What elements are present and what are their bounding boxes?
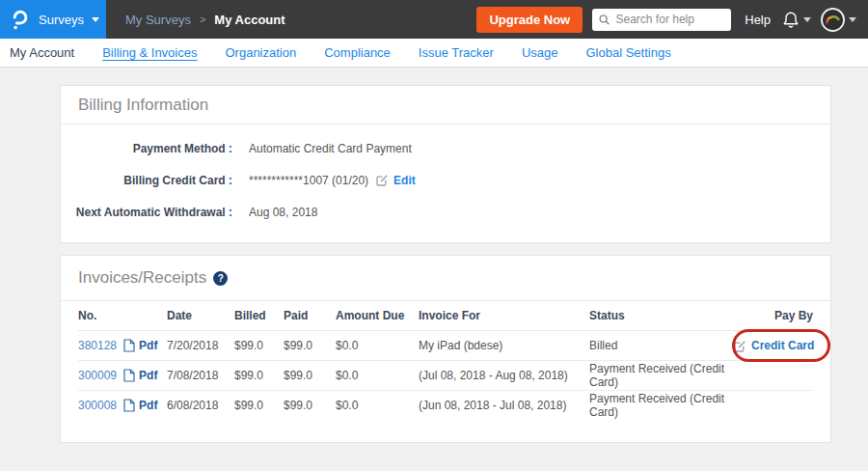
col-paid: Paid — [284, 309, 336, 322]
breadcrumb-my-surveys[interactable]: My Surveys — [125, 13, 191, 27]
col-date: Date — [167, 309, 234, 322]
tab-organization[interactable]: Organization — [225, 45, 296, 60]
invoice-no-cell: 300008 Pdf — [78, 399, 167, 412]
next-withdrawal-row: Next Automatic Withdrawal : Aug 08, 2018 — [61, 196, 830, 228]
invoice-date: 7/08/2018 — [167, 369, 234, 382]
product-label: Surveys — [39, 13, 84, 27]
next-withdrawal-value: Aug 08, 2018 — [249, 206, 317, 219]
invoices-table-header: No. Date Billed Paid Amount Due Invoice … — [78, 301, 813, 330]
pay-by-credit-card-link[interactable]: Credit Card — [751, 339, 814, 352]
tab-my-account[interactable]: My Account — [10, 45, 74, 60]
invoice-for: (Jun 08, 2018 - Jul 08, 2018) — [419, 399, 589, 412]
bell-icon — [782, 11, 800, 29]
pdf-download-link[interactable]: Pdf — [123, 399, 157, 412]
topbar-right: Upgrade Now Help — [476, 7, 868, 33]
invoice-paid: $99.0 — [284, 339, 336, 352]
billing-information-body: Payment Method : Automatic Credit Card P… — [61, 125, 830, 242]
help-link[interactable]: Help — [745, 13, 771, 27]
avatar — [821, 8, 845, 32]
invoice-for: My iPad (bdese) — [419, 339, 589, 352]
invoice-status: Billed — [589, 339, 734, 352]
invoices-receipts-title: Invoices/Receipts — [78, 268, 206, 288]
payment-method-label: Payment Method : — [61, 142, 232, 155]
table-row: 380128 Pdf 7/20/2018 $99.0 $99.0 $0.0 My… — [78, 330, 813, 360]
invoice-date: 6/08/2018 — [167, 399, 234, 412]
invoice-date: 7/20/2018 — [167, 339, 234, 352]
billing-credit-card-label: Billing Credit Card : — [61, 174, 232, 187]
pay-by-cell: Credit Card — [734, 339, 814, 352]
invoice-amount-due: $0.0 — [336, 369, 419, 382]
col-status: Status — [589, 309, 734, 322]
topbar: Surveys My Surveys > My Account Upgrade … — [0, 0, 868, 39]
col-amount-due: Amount Due — [336, 309, 419, 322]
col-invoice-for: Invoice For — [419, 309, 589, 322]
next-withdrawal-label: Next Automatic Withdrawal : — [61, 206, 232, 219]
pdf-label: Pdf — [139, 399, 157, 412]
notifications-menu[interactable] — [782, 11, 811, 29]
help-search-box[interactable] — [592, 9, 731, 31]
pdf-download-link[interactable]: Pdf — [123, 369, 157, 382]
invoice-billed: $99.0 — [234, 399, 284, 412]
account-menu[interactable] — [821, 8, 856, 32]
col-pay-by: Pay By — [734, 309, 813, 322]
payment-method-value: Automatic Credit Card Payment — [249, 142, 412, 155]
payment-method-row: Payment Method : Automatic Credit Card P… — [61, 132, 830, 164]
invoice-no-cell: 300009 Pdf — [78, 369, 167, 382]
main-content: Billing Information Payment Method : Aut… — [0, 68, 868, 443]
help-question-icon[interactable]: ? — [213, 271, 228, 286]
table-row: 300009 Pdf 7/08/2018 $99.0 $99.0 $0.0 (J… — [78, 360, 813, 390]
edit-card-link[interactable]: Edit — [393, 174, 416, 187]
invoices-table: No. Date Billed Paid Amount Due Invoice … — [61, 301, 830, 442]
invoice-paid: $99.0 — [284, 399, 336, 412]
pdf-label: Pdf — [139, 339, 157, 352]
billing-information-title: Billing Information — [78, 96, 208, 115]
tab-global-settings[interactable]: Global Settings — [585, 45, 670, 60]
col-no: No. — [78, 309, 167, 322]
invoice-number-link[interactable]: 300008 — [78, 399, 117, 412]
invoices-receipts-card: Invoices/Receipts ? No. Date Billed Paid… — [60, 255, 831, 443]
chevron-down-icon — [92, 17, 99, 22]
edit-pencil-icon — [734, 340, 746, 352]
breadcrumb: My Surveys > My Account — [125, 13, 285, 27]
invoice-status: Payment Received (Credit Card) — [589, 362, 734, 389]
pdf-label: Pdf — [139, 369, 157, 382]
edit-pencil-icon[interactable] — [376, 174, 389, 186]
billing-information-card: Billing Information Payment Method : Aut… — [60, 85, 831, 243]
invoice-status: Payment Received (Credit Card) — [589, 392, 734, 419]
tab-billing-invoices[interactable]: Billing & Invoices — [102, 45, 197, 60]
invoice-paid: $99.0 — [284, 369, 336, 382]
breadcrumb-separator: > — [200, 14, 205, 25]
invoice-billed: $99.0 — [234, 339, 284, 352]
invoice-amount-due: $0.0 — [336, 399, 419, 412]
pdf-file-icon — [123, 369, 135, 382]
surveys-product-dropdown[interactable]: Surveys — [0, 0, 106, 39]
pdf-file-icon — [123, 399, 135, 412]
invoices-receipts-header: Invoices/Receipts ? — [61, 256, 830, 301]
chevron-down-icon — [803, 17, 811, 22]
billing-information-header: Billing Information — [61, 86, 830, 125]
invoice-number-link[interactable]: 300009 — [78, 369, 117, 382]
billing-credit-card-value: ************1007 (01/20) Edit — [249, 174, 416, 187]
questionpro-logo-icon — [12, 10, 28, 30]
invoice-amount-due: $0.0 — [336, 339, 419, 352]
pdf-file-icon — [123, 339, 135, 352]
account-tabbar: My Account Billing & Invoices Organizati… — [0, 39, 868, 68]
invoice-number-link[interactable]: 380128 — [78, 339, 117, 352]
tab-compliance[interactable]: Compliance — [324, 45, 391, 60]
pdf-download-link[interactable]: Pdf — [123, 339, 157, 352]
breadcrumb-my-account: My Account — [214, 13, 285, 27]
col-billed: Billed — [234, 309, 284, 322]
chevron-down-icon — [849, 17, 856, 22]
invoice-no-cell: 380128 Pdf — [78, 339, 167, 352]
tab-usage[interactable]: Usage — [522, 45, 558, 60]
invoice-billed: $99.0 — [234, 369, 284, 382]
invoice-for: (Jul 08, 2018 - Aug 08, 2018) — [419, 369, 589, 382]
tab-issue-tracker[interactable]: Issue Tracker — [419, 45, 494, 60]
search-input[interactable] — [616, 13, 725, 26]
search-icon — [599, 14, 610, 26]
upgrade-now-button[interactable]: Upgrade Now — [476, 7, 583, 33]
table-row: 300008 Pdf 6/08/2018 $99.0 $99.0 $0.0 (J… — [78, 390, 813, 420]
card-number-masked: ************1007 (01/20) — [249, 174, 368, 187]
billing-credit-card-row: Billing Credit Card : ************1007 (… — [61, 164, 830, 196]
